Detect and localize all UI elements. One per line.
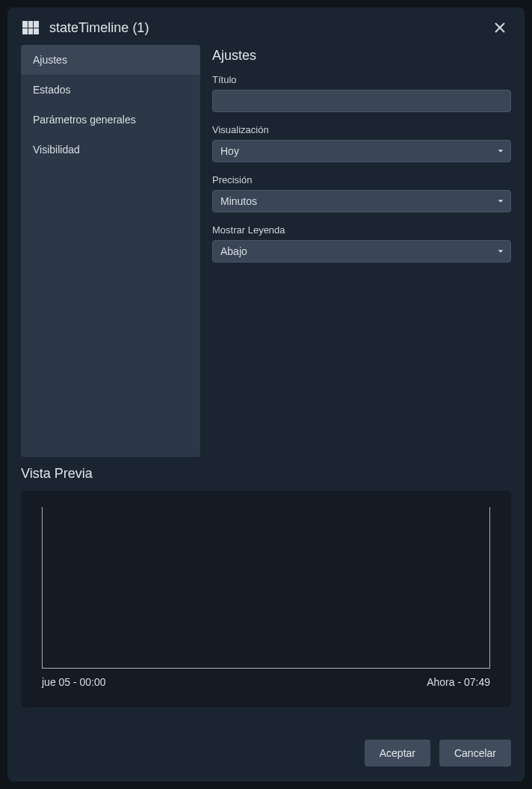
dialog-header: stateTimeline (1) [7, 7, 525, 45]
visualizacion-select[interactable]: Hoy [212, 140, 511, 162]
chart-start-label: jue 05 - 00:00 [42, 676, 106, 688]
preview-title: Vista Previa [21, 466, 511, 482]
field-leyenda: Mostrar Leyenda Abajo [212, 224, 511, 263]
cancel-button[interactable]: Cancelar [439, 740, 511, 767]
field-precision: Precisión Minutos [212, 174, 511, 212]
sidebar-item-ajustes[interactable]: Ajustes [21, 45, 200, 75]
accept-button[interactable]: Aceptar [365, 740, 430, 767]
field-visualizacion: Visualización Hoy [212, 124, 511, 162]
sidebar-item-parametros[interactable]: Parámetros generales [21, 105, 200, 135]
label-precision: Precisión [212, 174, 511, 185]
chart-labels: jue 05 - 00:00 Ahora - 07:49 [42, 676, 490, 688]
sidebar-item-estados[interactable]: Estados [21, 75, 200, 105]
chart-end-label: Ahora - 07:49 [427, 676, 490, 688]
sidebar: Ajustes Estados Parámetros generales Vis… [21, 45, 200, 457]
settings-dialog: stateTimeline (1) Ajustes Estados Paráme… [7, 7, 525, 782]
timeline-grid-icon [22, 21, 39, 34]
label-titulo: Título [212, 74, 511, 85]
titulo-input[interactable] [212, 90, 511, 112]
preview-box: jue 05 - 00:00 Ahora - 07:49 [21, 491, 511, 707]
close-button[interactable] [490, 18, 510, 37]
preview-section: Vista Previa jue 05 - 00:00 Ahora - 07:4… [7, 457, 525, 707]
panel-title: Ajustes [212, 48, 511, 64]
label-visualizacion: Visualización [212, 124, 511, 135]
sidebar-item-visibilidad[interactable]: Visibilidad [21, 135, 200, 165]
dialog-body: Ajustes Estados Parámetros generales Vis… [7, 45, 525, 457]
timeline-chart [42, 507, 490, 669]
page-title: stateTimeline (1) [49, 20, 149, 36]
precision-select[interactable]: Minutos [212, 190, 511, 212]
chart-end-tick [489, 507, 490, 668]
label-leyenda: Mostrar Leyenda [212, 224, 511, 236]
field-titulo: Título [212, 74, 511, 112]
settings-panel: Ajustes Título Visualización Hoy Precisi… [212, 45, 511, 457]
dialog-footer: Aceptar Cancelar [7, 725, 525, 782]
leyenda-select[interactable]: Abajo [212, 240, 511, 263]
title-wrap: stateTimeline (1) [22, 20, 149, 36]
close-icon [494, 22, 506, 34]
